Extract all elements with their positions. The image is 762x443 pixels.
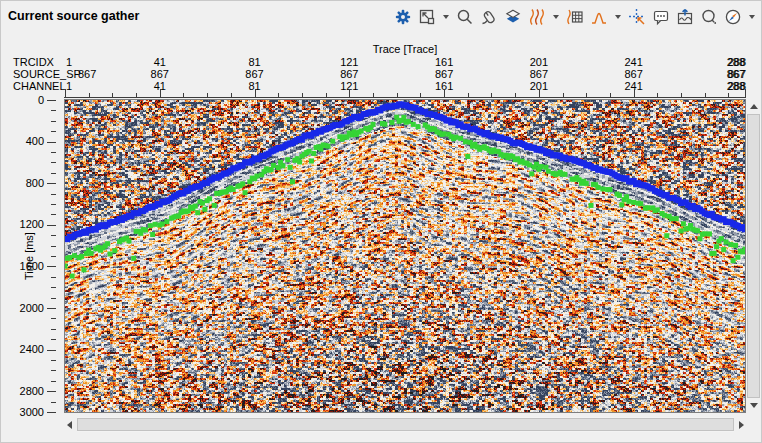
trace-minor-tick (278, 93, 279, 97)
time-minor-tick (51, 277, 56, 278)
amplitude-spectrum-dropdown-caret[interactable] (613, 7, 623, 27)
time-major-tick (47, 308, 56, 309)
horizontal-scrollbar-thumb[interactable] (77, 418, 734, 431)
time-minor-tick (51, 214, 56, 215)
time-minor-tick (51, 246, 56, 247)
trace-minor-tick (610, 93, 611, 97)
scroll-left-button[interactable] (62, 417, 77, 432)
time-minor-tick (51, 256, 56, 257)
layers-icon[interactable] (503, 7, 523, 27)
time-minor-tick (51, 402, 56, 403)
left-arrow-icon (67, 421, 72, 429)
trace-major-tick (65, 89, 66, 97)
amplitude-spectrum-icon[interactable] (589, 7, 609, 27)
trace-axis-title: Trace [Trace] (65, 43, 745, 55)
titlebar: Current source gather (0, 0, 762, 34)
toolbar (393, 7, 757, 27)
trace-minor-tick (207, 93, 208, 97)
trace-minor-tick (373, 93, 374, 97)
trace-major-tick (255, 89, 256, 97)
scroll-right-button[interactable] (734, 417, 749, 432)
header-value: 867 (624, 68, 642, 80)
time-minor-tick (51, 360, 56, 361)
trace-minor-tick (705, 93, 706, 97)
header-row-channel: CHANNEL 14181121161201241288 (0, 80, 762, 92)
time-minor-tick (51, 329, 56, 330)
header-value: 1 (66, 80, 72, 92)
trace-minor-tick (586, 93, 587, 97)
mouse-mode-icon[interactable] (479, 7, 499, 27)
header-value: 41 (154, 56, 166, 68)
time-minor-tick (51, 370, 56, 371)
trace-minor-tick (302, 93, 303, 97)
comments-icon[interactable] (651, 7, 671, 27)
trace-major-tick (160, 89, 161, 97)
zoom-icon[interactable] (455, 7, 475, 27)
header-value: 867 (151, 68, 169, 80)
header-row-label: CHANNEL (13, 80, 66, 92)
time-tick-label: 2400 (0, 344, 44, 355)
header-value: 288 (728, 80, 746, 92)
picking-mode-icon[interactable] (627, 7, 647, 27)
header-value: 867 (728, 68, 746, 80)
trace-major-tick (634, 89, 635, 97)
time-minor-tick (51, 131, 56, 132)
trace-major-tick (444, 89, 445, 97)
time-minor-tick (51, 287, 56, 288)
time-minor-tick (51, 194, 56, 195)
trace-major-tick (745, 89, 746, 97)
compass-dropdown-caret[interactable] (747, 7, 757, 27)
settings-gear-icon[interactable] (393, 7, 413, 27)
time-major-tick (47, 142, 56, 143)
qc-tool-icon[interactable] (699, 7, 719, 27)
fit-to-window-dropdown-caret[interactable] (441, 7, 451, 27)
time-major-tick (47, 266, 56, 267)
header-value: 867 (340, 68, 358, 80)
window-title: Current source gather (8, 9, 139, 23)
trace-minor-tick (681, 93, 682, 97)
up-arrow-icon (750, 104, 758, 109)
header-row-trcidx: TRCIDX 14181121161201241288 (0, 56, 762, 68)
time-major-tick (47, 225, 56, 226)
vertical-scrollbar[interactable] (746, 99, 761, 413)
time-tick-label: 400 (0, 136, 44, 147)
time-tick-label: 1600 (0, 261, 44, 272)
time-major-tick (47, 391, 56, 392)
time-tick-label: 800 (0, 178, 44, 189)
time-minor-tick (51, 235, 56, 236)
trace-axis-line (64, 97, 746, 98)
time-minor-tick (51, 339, 56, 340)
time-minor-tick (51, 204, 56, 205)
scroll-down-button[interactable] (746, 398, 761, 413)
scroll-up-button[interactable] (746, 99, 761, 114)
time-minor-tick (51, 318, 56, 319)
header-row-source-sp: SOURCE_SP 867867867867867867867867 (0, 68, 762, 80)
time-tick-label: 2000 (0, 303, 44, 314)
wiggle-display-mode-icon[interactable] (527, 7, 547, 27)
trace-header-table-icon[interactable] (565, 7, 585, 27)
trace-minor-tick (397, 93, 398, 97)
app-window: Current source gather (0, 0, 762, 443)
seismic-image-canvas[interactable] (65, 100, 745, 412)
header-value: 161 (435, 56, 453, 68)
time-tick-label: 2800 (0, 386, 44, 397)
vertical-scrollbar-thumb[interactable] (747, 114, 760, 398)
export-image-icon[interactable] (675, 7, 695, 27)
time-minor-tick (51, 121, 56, 122)
time-minor-tick (51, 298, 56, 299)
trace-minor-tick (89, 93, 90, 97)
time-minor-tick (51, 173, 56, 174)
wiggle-display-dropdown-caret[interactable] (551, 7, 561, 27)
header-value: 1 (66, 56, 72, 68)
trace-minor-tick (183, 93, 184, 97)
time-minor-tick (51, 381, 56, 382)
navigation-compass-icon[interactable] (723, 7, 743, 27)
header-row-label: TRCIDX (13, 56, 54, 68)
trace-minor-tick (112, 93, 113, 97)
time-tick-label: 1200 (0, 219, 44, 230)
time-axis-label: Time [ms] (23, 226, 37, 286)
header-value: 867 (530, 68, 548, 80)
horizontal-scrollbar[interactable] (62, 417, 749, 432)
fit-to-window-icon[interactable] (417, 7, 437, 27)
header-value: 81 (248, 56, 260, 68)
